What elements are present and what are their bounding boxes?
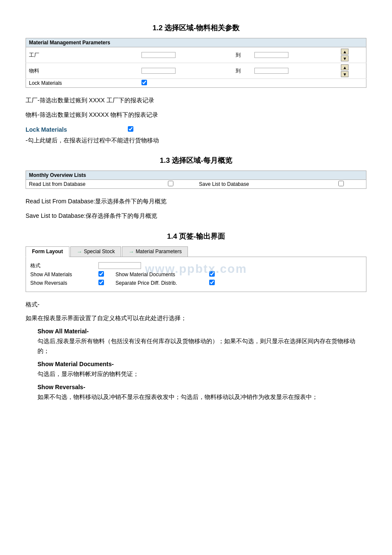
plant-arrow-up[interactable]: ▲	[341, 49, 349, 55]
plant-arrow-down[interactable]: ▼	[341, 55, 349, 61]
tab-form-layout[interactable]: Form Layout	[26, 246, 69, 257]
show-mat-docs-checkbox[interactable]	[209, 271, 215, 277]
tab-bar: Form Layout → Special Stock → Material P…	[26, 246, 366, 257]
sep-price-group: Separate Price Diff. Distrib.	[115, 280, 252, 286]
sep-price-check[interactable]	[209, 280, 215, 286]
desc-material: 物料-筛选出数量过账到 XXXXX 物料下的报表记录	[26, 110, 366, 120]
material-sep: 到	[225, 63, 251, 79]
show-mat-docs-group: Show Material Documents	[115, 271, 252, 278]
format-row: 格式	[30, 262, 362, 269]
tab-special-stock-label: Special Stock	[84, 249, 115, 254]
lock-materials-highlight: Lock Materials	[26, 126, 119, 133]
monthly-row: Read List from Database Save List to Dat…	[26, 180, 366, 189]
show-mat-docs-label: Show Material Documents	[115, 272, 209, 278]
show-reversals-label: Show Reversals	[30, 280, 98, 286]
show-mat-docs-heading: Show Material Documents-	[37, 361, 366, 367]
material-arrow-down[interactable]: ▼	[341, 71, 349, 77]
section1-title: 1.2 选择区域-物料相关参数	[26, 23, 366, 33]
plant-sep: 到	[225, 47, 251, 63]
table-row: 工厂 到 ▲ ▼	[26, 47, 366, 63]
show-reversals-heading: Show Reversals-	[37, 384, 366, 390]
show-reversals-check[interactable]	[98, 280, 115, 286]
table-row: 物料 到 ▲ ▼	[26, 63, 366, 79]
tab-material-parameters[interactable]: → Material Parameters	[122, 246, 188, 257]
read-list-label: Read List from Database	[26, 180, 165, 189]
material-arrows[interactable]: ▲ ▼	[338, 63, 366, 79]
read-list-check[interactable]	[165, 180, 196, 189]
monthly-header: Monthly Overview Lists	[26, 171, 366, 180]
show-all-label: Show All Materials	[30, 272, 98, 278]
monthly-overview-table: Monthly Overview Lists Read List from Da…	[26, 171, 366, 189]
desc-format-detail: 如果在报表显示界面设置了自定义格式可以在此处进行选择；	[26, 313, 366, 324]
read-list-checkbox[interactable]	[168, 181, 173, 186]
table-header-1: Material Management Parameters	[26, 38, 366, 47]
material-arrow-up[interactable]: ▲	[341, 64, 349, 70]
special-stock-icon: →	[77, 249, 82, 255]
save-list-check[interactable]	[335, 180, 366, 189]
show-all-check[interactable]	[98, 271, 115, 278]
show-mat-docs-detail: 勾选后，显示物料帐对应的物料凭证；	[37, 369, 366, 379]
lock-materials-checkbox-display[interactable]	[128, 126, 133, 132]
material-from[interactable]	[138, 63, 225, 79]
format-label: 格式	[30, 262, 98, 269]
save-list-label: Save List to Database	[196, 180, 335, 189]
material-management-table: Material Management Parameters 工厂 到 ▲ ▼ …	[26, 38, 366, 88]
desc-save-list: Save List to Database:保存选择条件下的每月概览	[26, 211, 366, 221]
desc-read-list: Read List From Database:显示选择条件下的每月概览	[26, 197, 366, 207]
sep-price-checkbox[interactable]	[209, 280, 215, 285]
tab-content-form-layout: 格式 Show All Materials Show Material Docu…	[26, 257, 366, 292]
desc-format: 格式-	[26, 300, 366, 310]
show-all-heading: Show All Material-	[37, 328, 366, 335]
save-list-checkbox[interactable]	[338, 181, 344, 186]
show-reversals-row: Show Reversals Separate Price Diff. Dist…	[30, 280, 362, 286]
lock-materials-check-display[interactable]	[128, 126, 133, 133]
lock-materials-check-cell[interactable]	[138, 79, 225, 88]
plant-arrows[interactable]: ▲ ▼	[338, 47, 366, 63]
tab-special-stock[interactable]: → Special Stock	[70, 246, 121, 257]
show-all-row: Show All Materials Show Material Documen…	[30, 271, 362, 278]
tab-material-params-label: Material Parameters	[135, 249, 182, 254]
show-reversals-checkbox[interactable]	[98, 280, 104, 285]
format-input[interactable]	[98, 262, 141, 269]
sep-price-label: Separate Price Diff. Distrib.	[115, 280, 209, 286]
lock-materials-row: Lock Materials	[26, 126, 366, 133]
output-section: www.ppbtx.com Form Layout → Special Stoc…	[26, 246, 366, 292]
tab-form-layout-label: Form Layout	[32, 249, 63, 254]
table-row: Lock Materials	[26, 79, 366, 88]
material-params-icon: →	[128, 249, 134, 255]
show-mat-docs-check[interactable]	[209, 271, 215, 278]
section3-title: 1.4 页签-输出界面	[26, 231, 366, 241]
show-all-detail: 勾选后,报表显示所有物料（包括没有没有任何库存以及货物移动的）；如果不勾选，则只…	[37, 336, 366, 357]
lock-materials-checkbox[interactable]	[141, 80, 147, 85]
plant-from[interactable]	[138, 47, 225, 63]
lock-desc: -勾上此键后，在报表运行过程中不能进行货物移动	[26, 136, 366, 146]
plant-label: 工厂	[26, 47, 139, 63]
section2-title: 1.3 选择区域-每月概览	[26, 156, 366, 165]
show-reversals-detail: 如果不勾选，物料移动以及冲销不显示在报表收发中；勾选后，物料移动以及冲销作为收发…	[37, 392, 366, 402]
lock-materials-label: Lock Materials	[26, 79, 139, 88]
material-to[interactable]	[251, 63, 338, 79]
desc-plant: 工厂-筛选出数量过账到 XXXX 工厂下的报表记录	[26, 95, 366, 106]
plant-to[interactable]	[251, 47, 338, 63]
show-all-checkbox[interactable]	[98, 271, 104, 277]
material-label: 物料	[26, 63, 139, 79]
